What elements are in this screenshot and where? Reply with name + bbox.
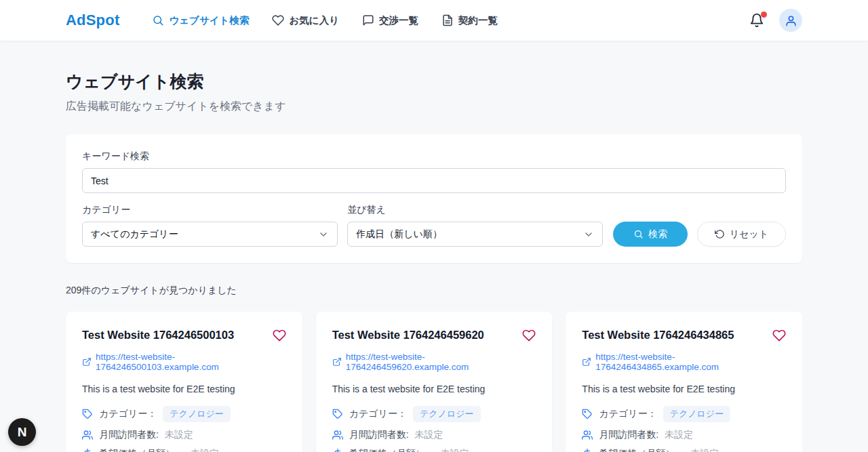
nav-item-negotiations[interactable]: 交渉一覧 xyxy=(362,14,418,27)
price-label: 希望価格（月額）： xyxy=(349,448,435,452)
results-count: 209件のウェブサイトが見つかりました xyxy=(66,285,802,297)
external-link-icon xyxy=(82,357,92,367)
app-logo[interactable]: AdSpot xyxy=(66,12,119,29)
category-badge: テクノロジー xyxy=(163,406,231,422)
nav-item-favorites[interactable]: お気に入り xyxy=(272,14,339,27)
main-content: ウェブサイト検索 広告掲載可能なウェブサイトを検索できます キーワード検索 カテ… xyxy=(66,70,802,452)
reset-icon xyxy=(715,229,725,239)
reset-button[interactable]: リセット xyxy=(697,222,786,247)
chevron-down-icon xyxy=(583,229,594,240)
website-url: https://test-website-1764246434865.examp… xyxy=(595,352,786,372)
heart-icon xyxy=(272,14,284,26)
website-title: Test Website 1764246434865 xyxy=(582,328,734,342)
price-value: 未設定 xyxy=(191,448,219,452)
website-card: Test Website 1764246434865 https://test-… xyxy=(566,312,802,452)
external-link-icon xyxy=(582,357,591,367)
category-badge: テクノロジー xyxy=(413,406,481,422)
visitors-label: 月間訪問者数: xyxy=(599,429,658,441)
users-icon xyxy=(582,430,593,440)
heart-icon xyxy=(273,329,286,342)
keyword-input[interactable] xyxy=(82,168,786,193)
search-button[interactable]: 検索 xyxy=(613,222,688,247)
chevron-down-icon xyxy=(318,229,329,240)
page-subtitle: 広告掲載可能なウェブサイトを検索できます xyxy=(66,100,802,114)
search-button-label: 検索 xyxy=(648,228,667,241)
category-select[interactable]: すべてのカテゴリー xyxy=(82,222,338,247)
visitors-row: 月間訪問者数: 未設定 xyxy=(582,429,786,441)
keyword-label: キーワード検索 xyxy=(82,150,786,163)
category-row: カテゴリー： テクノロジー xyxy=(582,406,786,422)
price-label: 希望価格（月額）： xyxy=(99,448,184,452)
favorite-button[interactable] xyxy=(522,329,536,342)
visitors-label: 月間訪問者数: xyxy=(349,429,409,441)
reset-button-label: リセット xyxy=(730,228,768,241)
website-title: Test Website 1764246500103 xyxy=(82,328,234,342)
category-badge: テクノロジー xyxy=(663,406,731,422)
nav-label: 契約一覧 xyxy=(458,14,498,27)
nav-label: お気に入り xyxy=(289,14,339,27)
page-title: ウェブサイト検索 xyxy=(66,70,802,93)
website-cards-grid: Test Website 1764246500103 https://test-… xyxy=(66,312,802,452)
external-link-icon xyxy=(332,357,342,367)
search-icon xyxy=(633,229,644,239)
chat-icon xyxy=(362,14,374,26)
visitors-value: 未設定 xyxy=(165,429,193,441)
tag-icon xyxy=(332,409,343,419)
notifications-button[interactable] xyxy=(749,13,764,28)
search-panel: キーワード検索 カテゴリー すべてのカテゴリー 並び替え 作成日（新しい順） 検… xyxy=(66,134,802,263)
website-card: Test Website 1764246500103 https://test-… xyxy=(66,312,302,452)
category-row: カテゴリー： テクノロジー xyxy=(332,406,536,422)
sort-select[interactable]: 作成日（新しい順） xyxy=(347,222,603,247)
visitors-label: 月間訪問者数: xyxy=(99,429,159,441)
category-label: カテゴリー： xyxy=(99,408,157,420)
document-icon xyxy=(441,14,454,26)
website-description: This is a test website for E2E testing xyxy=(332,384,536,394)
visitors-row: 月間訪問者数: 未設定 xyxy=(82,429,286,441)
website-url-link[interactable]: https://test-website-1764246500103.examp… xyxy=(82,352,286,372)
dollar-icon xyxy=(82,449,93,452)
price-label: 希望価格（月額）： xyxy=(599,448,684,452)
nav-label: ウェブサイト検索 xyxy=(169,14,249,27)
favorite-button[interactable] xyxy=(772,329,786,342)
search-icon xyxy=(152,14,164,26)
category-label: カテゴリー： xyxy=(599,408,656,420)
category-label: カテゴリー xyxy=(82,204,338,216)
website-description: This is a test website for E2E testing xyxy=(582,384,786,394)
heart-icon xyxy=(522,329,536,342)
price-row: 希望価格（月額）： 未設定 xyxy=(82,448,286,452)
tag-icon xyxy=(82,409,93,419)
user-menu-button[interactable] xyxy=(779,9,802,32)
top-navbar: AdSpot ウェブサイト検索 お気に入り 交渉一覧 契約一覧 xyxy=(0,0,868,41)
sort-selected-value: 作成日（新しい順） xyxy=(356,228,442,241)
users-icon xyxy=(332,430,343,440)
website-title: Test Website 1764246459620 xyxy=(332,328,484,342)
user-icon xyxy=(785,14,797,27)
nav-item-contracts[interactable]: 契約一覧 xyxy=(441,14,498,27)
category-row: カテゴリー： テクノロジー xyxy=(82,406,286,422)
website-url: https://test-website-1764246500103.examp… xyxy=(96,352,286,372)
price-row: 希望価格（月額）： 未設定 xyxy=(332,448,536,452)
heart-icon xyxy=(772,329,786,342)
price-value: 未設定 xyxy=(690,448,719,452)
sort-label: 並び替え xyxy=(347,204,603,216)
category-label: カテゴリー： xyxy=(349,408,407,420)
dollar-icon xyxy=(332,449,343,452)
main-nav: ウェブサイト検索 お気に入り 交渉一覧 契約一覧 xyxy=(152,14,498,27)
dollar-icon xyxy=(582,449,593,452)
price-value: 未設定 xyxy=(441,448,469,452)
website-url: https://test-website-1764246459620.examp… xyxy=(346,352,536,372)
visitors-value: 未設定 xyxy=(665,429,693,441)
tag-icon xyxy=(582,409,593,419)
website-card: Test Website 1764246459620 https://test-… xyxy=(316,312,553,452)
favorite-button[interactable] xyxy=(273,329,286,342)
users-icon xyxy=(82,430,93,440)
website-url-link[interactable]: https://test-website-1764246434865.examp… xyxy=(582,352,786,372)
website-url-link[interactable]: https://test-website-1764246459620.examp… xyxy=(332,352,536,372)
price-row: 希望価格（月額）： 未設定 xyxy=(582,448,786,452)
nav-label: 交渉一覧 xyxy=(379,14,418,27)
nav-item-website-search[interactable]: ウェブサイト検索 xyxy=(152,14,249,27)
category-selected-value: すべてのカテゴリー xyxy=(91,228,178,241)
nextjs-dev-badge[interactable]: N xyxy=(8,418,36,446)
visitors-value: 未設定 xyxy=(415,429,443,441)
visitors-row: 月間訪問者数: 未設定 xyxy=(332,429,536,441)
